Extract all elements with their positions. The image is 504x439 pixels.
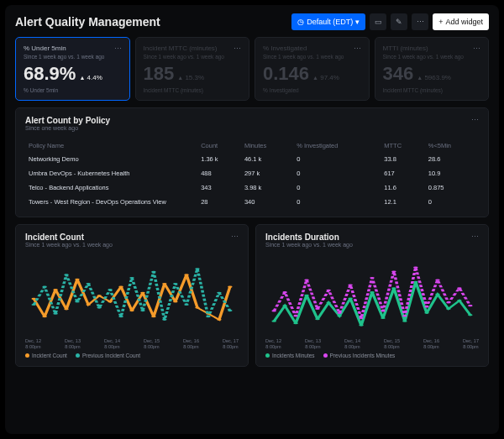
plus-icon: + (438, 18, 443, 26)
tv-icon-button[interactable]: ▭ (370, 13, 386, 30)
table-cell: Telco - Backend Applications (25, 180, 197, 195)
table-cell: 617 (381, 166, 424, 180)
dots-icon: ⋯ (417, 18, 424, 26)
chart-point (195, 268, 200, 269)
chart-menu[interactable]: ⋯ (231, 233, 239, 254)
chart-point (326, 301, 331, 303)
policy-panel-menu[interactable]: ⋯ (471, 116, 479, 138)
x-tick: Dec, 138:00pm (65, 338, 81, 349)
chart-point (118, 316, 123, 317)
chart-point (381, 310, 386, 311)
chart-body (25, 256, 239, 336)
table-cell: 28.6 (425, 152, 479, 166)
metric-menu[interactable]: ⋯ (473, 44, 480, 53)
chart-point (228, 310, 233, 311)
table-row[interactable]: Networking Demo1.36 k46.1 k033.828.6 (25, 152, 479, 166)
metric-card-1[interactable]: Incident MTTC (minutes)⋯ Since 1 week ag… (135, 37, 250, 101)
chart-menu[interactable]: ⋯ (471, 233, 479, 254)
legend-swatch (265, 353, 270, 358)
more-button[interactable]: ⋯ (412, 13, 428, 30)
chart-point (217, 319, 222, 321)
metric-footer: Incident MTTC (minutes) (144, 87, 242, 93)
chart-point (391, 271, 396, 273)
metric-card-0[interactable]: % Under 5min⋯ Since 1 week ago vs. 1 wee… (15, 37, 130, 101)
chart-line (34, 269, 230, 320)
metric-card-3[interactable]: MTTI (minutes)⋯ Since 1 week ago vs. 1 w… (375, 37, 490, 101)
page-title: Alert Quality Management (15, 15, 160, 29)
add-widget-button[interactable]: + Add widget (433, 13, 489, 30)
chart-point (64, 308, 69, 310)
table-row[interactable]: Towers - West Region - DevOps Operations… (25, 195, 479, 209)
chart-point (326, 290, 331, 291)
chart-point (140, 292, 145, 294)
metric-delta: ▲ 15.3% (177, 74, 204, 81)
chart-point (402, 321, 407, 322)
table-row[interactable]: Telco - Backend Applications3433.98 k011… (25, 180, 479, 195)
chart-point (97, 295, 102, 296)
table-cell: 340 (241, 195, 293, 209)
chart-point (86, 304, 91, 306)
chart-point (53, 313, 58, 315)
chart-point (446, 308, 451, 310)
table-cell: 33.8 (381, 152, 424, 166)
chart-point (53, 289, 58, 290)
chart-point (129, 277, 134, 279)
metric-footer: % Investigated (263, 87, 361, 93)
timezone-button[interactable]: ◷ Default (EDT) ▾ (291, 13, 365, 30)
chart-legend: Incidents MinutesPrevious Incidents Minu… (265, 353, 479, 358)
table-cell: 11.6 (381, 180, 424, 195)
legend-label: Incidents Minutes (272, 353, 315, 358)
chart-panel-1: Incidents Duration Since 1 week ago vs. … (255, 224, 489, 367)
table-cell: 0 (293, 166, 381, 180)
column-header: Policy Name (25, 139, 197, 152)
table-cell: 343 (197, 180, 241, 195)
chart-point (75, 279, 80, 280)
column-header: Count (197, 139, 241, 152)
chart-point (42, 316, 47, 317)
table-cell: 1.36 k (197, 152, 241, 166)
chart-point (151, 271, 156, 273)
chevron-down-icon: ▾ (355, 18, 360, 26)
table-cell: 297 k (241, 166, 293, 180)
metric-subtitle: Since 1 week ago vs. 1 week ago (144, 54, 242, 60)
metric-menu[interactable]: ⋯ (234, 44, 241, 53)
chart-point (457, 287, 462, 289)
chart-point (271, 321, 276, 322)
edit-button[interactable]: ✎ (391, 13, 407, 30)
chart-point (108, 289, 113, 290)
chart-point (42, 286, 47, 288)
legend-label: Previous Incidents Minutes (330, 353, 396, 358)
policy-panel: Alert Count by Policy Since one week ago… (15, 107, 489, 217)
table-cell: 0 (293, 152, 381, 166)
metric-menu[interactable]: ⋯ (354, 44, 361, 53)
chart-point (140, 310, 145, 311)
x-tick: Dec, 128:00pm (25, 338, 41, 349)
metric-subtitle: Since 1 week ago vs. 1 week ago (383, 54, 481, 60)
chart-point (86, 283, 91, 285)
table-cell: 0.875 (425, 180, 479, 195)
chart-point (31, 298, 36, 300)
chart-subtitle: Since 1 week ago vs. 1 week ago (265, 242, 353, 248)
metric-subtitle: Since 1 week ago vs. 1 week ago (24, 54, 122, 60)
chart-point (391, 287, 396, 289)
chart-point (348, 285, 353, 286)
chart-point (304, 279, 309, 280)
table-row[interactable]: Umbra DevOps - Kubernetes Health488297 k… (25, 166, 479, 180)
timezone-label: Default (EDT) (307, 18, 353, 26)
chart-legend: Incident CountPrevious Incident Count (25, 353, 239, 358)
metric-card-2[interactable]: % Investigated⋯ Since 1 week ago vs. 1 w… (255, 37, 370, 101)
table-cell: 0 (425, 195, 479, 209)
table-cell: 10.9 (425, 166, 479, 180)
chart-point (228, 286, 233, 288)
table-cell: Umbra DevOps - Kubernetes Health (25, 166, 197, 180)
chart-point (359, 325, 364, 327)
metric-title: % Investigated (263, 44, 307, 53)
chart-subtitle: Since 1 week ago vs. 1 week ago (25, 242, 113, 248)
metric-footer: % Under 5min (24, 87, 122, 93)
metric-menu[interactable]: ⋯ (114, 44, 122, 53)
metric-delta: ▲ 5963.9% (417, 74, 451, 81)
metric-title: Incident MTTC (minutes) (144, 44, 218, 53)
chart-point (293, 322, 298, 324)
x-tick: Dec, 138:00pm (305, 338, 321, 349)
chart-xaxis: Dec, 128:00pmDec, 138:00pmDec, 148:00pmD… (265, 338, 479, 349)
